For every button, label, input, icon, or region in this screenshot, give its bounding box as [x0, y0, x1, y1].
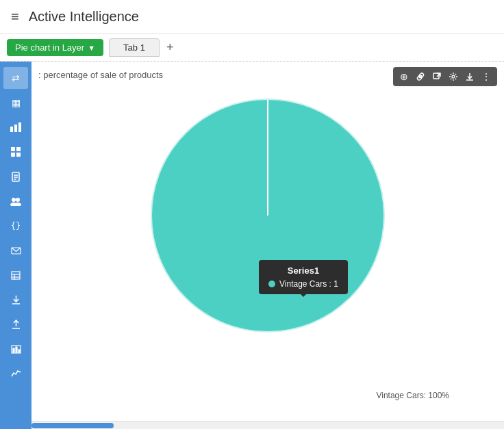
hamburger-icon[interactable]: ≡	[11, 9, 19, 25]
svg-rect-27	[18, 350, 20, 352]
app-title: Active Intelligence	[29, 9, 139, 25]
svg-point-11	[12, 198, 16, 202]
tooltip-row: Vintage Cars : 1	[268, 279, 338, 289]
scrollbar-thumb[interactable]	[32, 423, 114, 428]
sidebar-item-table[interactable]: ▦	[3, 92, 28, 114]
toolbar-external-icon[interactable]	[430, 70, 444, 83]
toolbar-download-icon[interactable]	[463, 70, 477, 83]
sidebar-item-code[interactable]: {}	[3, 215, 28, 237]
toolbar-more-icon[interactable]: ⋮	[479, 70, 493, 83]
sidebar-item-email[interactable]	[3, 239, 28, 261]
chart-layer-button[interactable]: Pie chart in Layer ▼	[7, 39, 103, 56]
sidebar-item-linechart[interactable]	[3, 363, 28, 385]
svg-rect-4	[16, 147, 21, 151]
svg-rect-5	[11, 153, 15, 157]
bottom-scrollbar[interactable]	[32, 421, 504, 429]
add-tab-button[interactable]: +	[162, 40, 178, 55]
sidebar-item-download[interactable]	[3, 289, 28, 311]
svg-rect-0	[10, 127, 13, 132]
content-area: : percentage of sale of products ⊕ ⋮	[32, 62, 504, 429]
tooltip-value: Vintage Cars : 1	[279, 279, 338, 289]
toolbar-link-icon[interactable]	[414, 70, 427, 83]
svg-point-12	[16, 198, 20, 202]
svg-rect-26	[16, 347, 17, 352]
tab-bar: Pie chart in Layer ▼ Tab 1 +	[0, 34, 504, 62]
chart-tooltip: Series1 Vintage Cars : 1	[259, 260, 348, 294]
sidebar-item-file[interactable]	[3, 166, 28, 187]
tooltip-title: Series1	[268, 265, 338, 276]
chart-toolbar: ⊕ ⋮	[393, 67, 497, 86]
app-header: ≡ Active Intelligence	[0, 0, 504, 34]
toolbar-settings-icon[interactable]	[446, 70, 460, 83]
chart-layer-label: Pie chart in Layer	[15, 42, 84, 53]
svg-rect-2	[18, 122, 21, 132]
svg-rect-16	[12, 272, 20, 279]
tooltip-dot	[268, 281, 275, 287]
sidebar: ⇄ ▦ {}	[0, 62, 32, 429]
sidebar-item-chart-bar[interactable]	[3, 116, 28, 138]
pie-chart[interactable]	[141, 89, 394, 342]
main-layout: ⇄ ▦ {}	[0, 62, 504, 429]
chart-subtitle: : percentage of sale of products	[38, 70, 163, 80]
tab-1[interactable]: Tab 1	[109, 38, 160, 57]
toolbar-add-icon[interactable]: ⊕	[397, 70, 411, 83]
sidebar-item-move[interactable]: ⇄	[3, 67, 28, 89]
sidebar-item-grid[interactable]	[3, 141, 28, 163]
svg-point-29	[452, 75, 455, 78]
sidebar-item-chart-combo[interactable]	[3, 338, 28, 360]
svg-rect-3	[11, 147, 15, 151]
pie-label: Vintage Cars: 100%	[376, 391, 449, 400]
sidebar-item-table2[interactable]	[3, 264, 28, 286]
sidebar-item-people[interactable]	[3, 190, 28, 212]
chevron-down-icon: ▼	[88, 44, 95, 52]
sidebar-item-upload[interactable]	[3, 313, 28, 335]
svg-rect-25	[13, 348, 14, 352]
svg-rect-1	[14, 125, 17, 132]
svg-rect-6	[16, 153, 21, 157]
